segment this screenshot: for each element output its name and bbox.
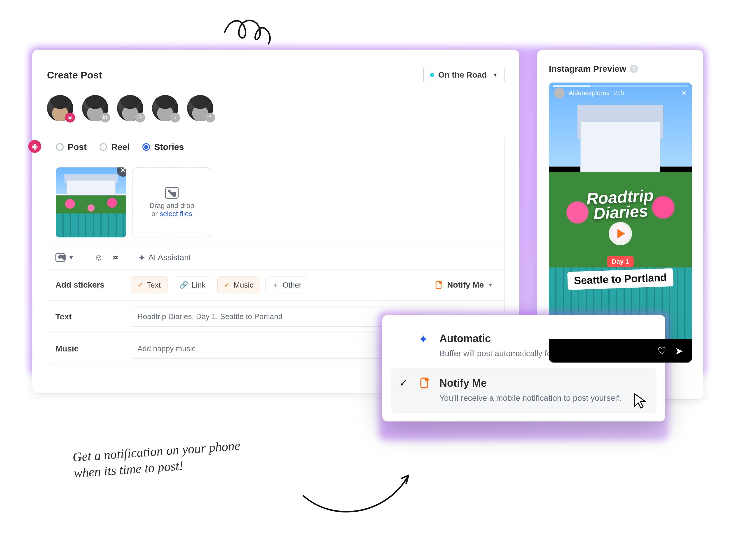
campaign-tag-dropdown[interactable]: On the Road ▼ — [423, 66, 505, 84]
tab-stories[interactable]: Stories — [143, 142, 184, 152]
linkedin-icon: in — [100, 113, 110, 123]
svg-point-1 — [439, 281, 442, 284]
select-files-link[interactable]: select files — [160, 210, 192, 218]
story-age: 21h — [613, 89, 624, 97]
magic-wand-icon: ✦ — [138, 252, 145, 263]
check-placeholder — [399, 332, 411, 359]
chip-link-label: Link — [192, 281, 206, 290]
story-username: Aidenexplores — [569, 89, 609, 97]
story-avatar — [554, 88, 565, 98]
heart-icon[interactable]: ♡ — [658, 345, 666, 357]
chip-text-label: Text — [147, 281, 161, 290]
story-overlay-title: Roadtrip Diaries — [586, 187, 655, 222]
check-icon: ✓ — [137, 281, 143, 289]
tiktok-icon: ♪ — [170, 113, 180, 123]
chevron-down-icon: ▼ — [488, 282, 493, 288]
puzzle-icon: ✦ — [418, 332, 432, 359]
sticker-chip-text[interactable]: ✓Text — [131, 276, 168, 293]
ai-assistant-label: AI Assistant — [148, 253, 191, 262]
option-notify-me[interactable]: ✓ Notify Me You'll receive a mobile noti… — [391, 368, 656, 413]
emoji-icon: ☺ — [94, 252, 103, 263]
play-button[interactable] — [609, 222, 632, 245]
toolbar-ai-assistant-button[interactable]: ✦AI Assistant — [138, 252, 191, 263]
tag-label: On the Road — [438, 70, 487, 80]
route-pill: Seattle to Portland — [567, 268, 673, 290]
image-icon — [55, 253, 66, 262]
notify-me-dropdown[interactable]: Notify Me ▼ — [434, 280, 493, 290]
notify-me-label: Notify Me — [447, 280, 484, 290]
mute-icon[interactable]: ✕ — [681, 89, 687, 97]
chip-music-label: Music — [233, 281, 253, 290]
media-thumbnail[interactable]: ✕ — [56, 167, 126, 237]
instagram-icon: ◉ — [65, 113, 75, 123]
check-icon: ✓ — [399, 377, 411, 404]
avatar-pinterest[interactable]: P — [117, 95, 143, 121]
arrow-decor — [298, 458, 420, 522]
svg-point-3 — [425, 377, 429, 381]
send-icon[interactable]: ➤ — [675, 345, 683, 357]
radio-icon — [56, 143, 63, 151]
dropzone-line1: Drag and drop — [149, 202, 194, 209]
text-field-label: Text — [55, 312, 123, 321]
handwritten-note: Get a notification on your phone when it… — [72, 437, 242, 481]
tab-stories-label: Stories — [154, 142, 184, 152]
preview-title-label: Instagram Preview — [549, 64, 626, 74]
media-dropzone[interactable]: Drag and dropor select files — [132, 167, 211, 237]
avatar-instagram[interactable]: ◉ — [47, 95, 73, 121]
pinterest-icon: P — [135, 113, 145, 123]
toolbar-emoji-button[interactable]: ☺ — [94, 252, 103, 263]
tab-reel-label: Reel — [111, 142, 130, 152]
radio-icon — [100, 143, 107, 151]
music-field-label: Music — [55, 344, 123, 353]
sticker-chip-other[interactable]: ＋Other — [265, 276, 308, 293]
option-notify-title: Notify Me — [439, 377, 648, 390]
notify-icon — [434, 281, 443, 289]
image-icon — [165, 187, 179, 198]
check-icon: ✓ — [224, 281, 230, 289]
chevron-down-icon: ▼ — [68, 254, 74, 261]
avatar-tiktok[interactable]: ♪ — [152, 95, 178, 121]
facebook-icon: f — [205, 113, 215, 123]
page-title: Create Post — [47, 70, 102, 81]
publish-mode-popover: ✦ Automatic Buffer will post automatical… — [382, 315, 665, 422]
divider — [84, 252, 84, 263]
day-pill: Day 1 — [607, 256, 634, 267]
channel-instagram-chip[interactable]: ◉ — [28, 140, 41, 153]
avatar-facebook[interactable]: f — [187, 95, 213, 121]
tab-reel[interactable]: Reel — [100, 142, 130, 152]
chip-other-label: Other — [282, 281, 302, 290]
chevron-down-icon: ▼ — [493, 72, 498, 78]
link-icon: 🔗 — [179, 281, 188, 289]
hashtag-icon: # — [113, 252, 118, 263]
notify-icon — [418, 377, 432, 404]
squiggle-decor — [219, 9, 277, 50]
toolbar-image-button[interactable]: ▼ — [55, 253, 74, 262]
radio-selected-icon — [143, 143, 150, 151]
tab-post[interactable]: Post — [56, 142, 87, 152]
avatar-linkedin[interactable]: in — [82, 95, 108, 121]
sticker-chip-link[interactable]: 🔗Link — [173, 276, 212, 293]
account-avatars: ◉ in P ♪ f — [47, 95, 505, 121]
option-notify-desc: You'll receive a mobile notification to … — [439, 392, 648, 404]
help-icon[interactable]: ? — [630, 65, 638, 73]
toolbar-hashtag-button[interactable]: # — [113, 252, 118, 263]
plus-icon: ＋ — [272, 280, 279, 290]
cursor-icon — [633, 392, 648, 410]
stickers-label: Add stickers — [55, 280, 123, 290]
tab-post-label: Post — [68, 142, 87, 152]
dropzone-line2-prefix: or — [151, 210, 160, 218]
instagram-preview-panel: Instagram Preview ? Aidenexplores 21h ✕ … — [537, 50, 703, 400]
tag-color-dot — [430, 73, 434, 77]
sticker-chip-music[interactable]: ✓Music — [217, 276, 260, 293]
divider — [128, 252, 128, 263]
